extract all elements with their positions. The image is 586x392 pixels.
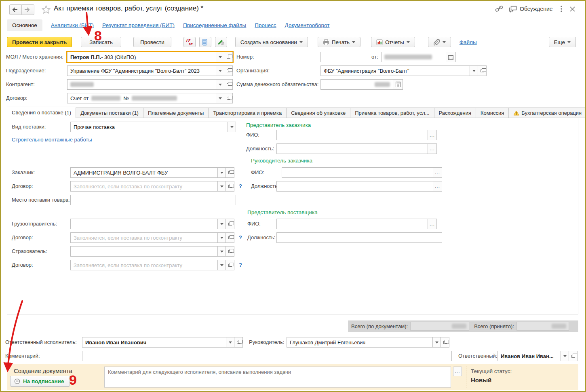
- manager-dropdown-button[interactable]: [433, 337, 441, 348]
- more-menu-icon[interactable]: [559, 6, 564, 12]
- tab-transport-acceptance[interactable]: Транспортировка и приемка: [208, 107, 286, 118]
- organization-open-button[interactable]: [478, 65, 487, 76]
- help-icon[interactable]: ?: [239, 181, 242, 192]
- customer-head-fio-field[interactable]: [282, 167, 433, 178]
- posting-time-button[interactable]: [215, 37, 227, 47]
- tab-supply-documents[interactable]: Документы поставки (1): [76, 107, 143, 118]
- gov-contract-open-button-3[interactable]: [226, 260, 234, 270]
- tab-payment-documents[interactable]: Платежные документы: [143, 107, 208, 118]
- post-button[interactable]: Провести: [133, 37, 171, 47]
- customer-head-fio-select-button[interactable]: ...: [433, 167, 442, 178]
- gov-contract-open-button-2[interactable]: [226, 232, 234, 243]
- mol-open-button[interactable]: [224, 52, 233, 62]
- organization-field[interactable]: ФБУ "Администрация "Волго-Балт": [320, 65, 470, 76]
- customer-dropdown-button[interactable]: [218, 167, 226, 178]
- nav-link-analytics[interactable]: Аналитики (БИТ): [51, 22, 94, 28]
- nav-tab-main[interactable]: Основное: [7, 19, 42, 31]
- department-dropdown-button[interactable]: [216, 65, 224, 76]
- gov-contract-field-1[interactable]: Заполняется, если поставка по госконтрак…: [70, 181, 218, 192]
- gov-contract-field-3[interactable]: Заполняется, если поставка по госконтрак…: [70, 260, 218, 270]
- nav-link-docflow[interactable]: Документооборот: [285, 22, 330, 28]
- insurer-field[interactable]: [70, 246, 218, 257]
- gov-contract-open-button-1[interactable]: [226, 181, 234, 192]
- number-field[interactable]: [320, 52, 368, 62]
- department-field[interactable]: Управление ФБУ "Администрация "Волго-Бал…: [67, 65, 216, 76]
- insurer-dropdown-button[interactable]: [218, 246, 226, 257]
- supplier-rep-fio-field[interactable]: [276, 219, 428, 229]
- close-icon[interactable]: [570, 6, 575, 12]
- amount-field[interactable]: [320, 79, 393, 90]
- discussion-button[interactable]: Обсуждение: [509, 6, 553, 13]
- comment-field[interactable]: [82, 351, 452, 361]
- gov-contract-dropdown-button-1[interactable]: [218, 181, 226, 192]
- customer-head-position-select-button[interactable]: ...: [433, 181, 442, 192]
- help-icon[interactable]: ?: [239, 260, 242, 270]
- manager-field[interactable]: Глушаков Дмитрий Евгеньевич: [287, 337, 433, 348]
- customer-rep-fio-field[interactable]: [276, 130, 428, 140]
- manager-open-button[interactable]: [441, 337, 449, 348]
- mol-field[interactable]: Петров П.П.- 303 (ОКиПО): [67, 52, 216, 62]
- responsible-field[interactable]: Иванов Иван Иван...: [497, 351, 561, 361]
- task-comment-textarea[interactable]: [104, 367, 451, 388]
- counterparty-open-button[interactable]: [224, 79, 233, 90]
- favorite-star-icon[interactable]: [42, 5, 51, 15]
- mol-dropdown-button[interactable]: [216, 52, 224, 62]
- contract-open-button[interactable]: [224, 93, 233, 103]
- date-calendar-button[interactable]: [446, 52, 456, 62]
- tab-goods-acceptance[interactable]: Приемка товаров, работ, усл...: [350, 107, 434, 118]
- tab-commission[interactable]: Комиссия: [476, 107, 508, 118]
- shipper-dropdown-button[interactable]: [218, 219, 226, 229]
- delivery-place-field[interactable]: [70, 195, 236, 205]
- delivery-kind-dropdown-button[interactable]: [228, 122, 236, 132]
- supplier-rep-position-field[interactable]: [276, 232, 442, 243]
- shipper-field[interactable]: [70, 219, 218, 229]
- get-link-icon[interactable]: [495, 5, 503, 13]
- organization-dropdown-button[interactable]: [470, 65, 478, 76]
- back-button[interactable]: [9, 4, 22, 15]
- send-to-signing-button[interactable]: На подписание: [10, 376, 70, 387]
- post-and-close-button[interactable]: Провести и закрыть: [7, 37, 72, 47]
- delivery-kind-field[interactable]: Прочая поставка: [70, 122, 228, 132]
- tab-supply-info[interactable]: Сведения о поставке (1): [7, 107, 76, 118]
- construction-works-link[interactable]: Строительно монтажные работы: [12, 137, 92, 143]
- responsible-dropdown-button[interactable]: [561, 351, 569, 361]
- gov-contract-dropdown-button-2[interactable]: [218, 232, 226, 243]
- contract-dropdown-button[interactable]: [216, 93, 224, 103]
- tab-packaging-info[interactable]: Сведения об упаковке: [286, 107, 350, 118]
- insurer-open-button[interactable]: [226, 246, 234, 257]
- responsible-open-button[interactable]: [569, 351, 578, 361]
- tab-discrepancies[interactable]: Расхождения: [434, 107, 476, 118]
- counterparty-dropdown-button[interactable]: [216, 79, 224, 90]
- nav-link-attached-files[interactable]: Присоединенные файлы: [183, 22, 246, 28]
- customer-head-position-field[interactable]: [276, 181, 433, 192]
- print-button[interactable]: Печать: [318, 37, 360, 47]
- responsible-executor-dropdown-button[interactable]: [226, 337, 234, 348]
- gov-contract-dropdown-button-3[interactable]: [218, 260, 226, 270]
- files-link[interactable]: Файлы: [460, 39, 477, 45]
- contract-field[interactable]: Счет от №: [67, 93, 216, 103]
- customer-rep-position-select-button[interactable]: ...: [428, 143, 437, 154]
- task-comment-select-button[interactable]: ...: [453, 367, 462, 376]
- responsible-executor-field[interactable]: Иванов Иван Иванович: [82, 337, 226, 348]
- shipper-open-button[interactable]: [226, 219, 234, 229]
- amount-calculator-button[interactable]: [393, 79, 403, 90]
- nav-link-posting-result[interactable]: Результат проведения (БИТ): [102, 22, 175, 28]
- date-field[interactable]: [381, 52, 446, 62]
- customer-open-button[interactable]: [226, 167, 234, 178]
- help-icon[interactable]: ?: [239, 232, 242, 243]
- gov-contract-field-2[interactable]: Заполняется, если поставка по госконтрак…: [70, 232, 218, 243]
- reports-button[interactable]: Отчеты: [371, 37, 415, 47]
- customer-rep-position-field[interactable]: [276, 143, 428, 154]
- tab-accounting-operation[interactable]: Бухгалтерская операция: [508, 107, 586, 118]
- create-based-on-button[interactable]: Создать на основании: [235, 37, 308, 47]
- department-open-button[interactable]: [224, 65, 233, 76]
- responsible-executor-open-button[interactable]: [234, 337, 243, 348]
- counterparty-field[interactable]: [67, 79, 216, 90]
- customer-field[interactable]: АДМИНИСТРАЦИЯ ВОЛГО-БАЛТ ФБУ: [70, 167, 218, 178]
- register-records-button[interactable]: [199, 37, 211, 47]
- more-button[interactable]: Еще: [549, 37, 576, 47]
- attachments-button[interactable]: [428, 37, 451, 47]
- dtkt-button[interactable]: Дт Кт: [183, 37, 196, 47]
- customer-rep-fio-select-button[interactable]: ...: [428, 130, 437, 140]
- supplier-rep-fio-select-button[interactable]: ...: [428, 219, 437, 229]
